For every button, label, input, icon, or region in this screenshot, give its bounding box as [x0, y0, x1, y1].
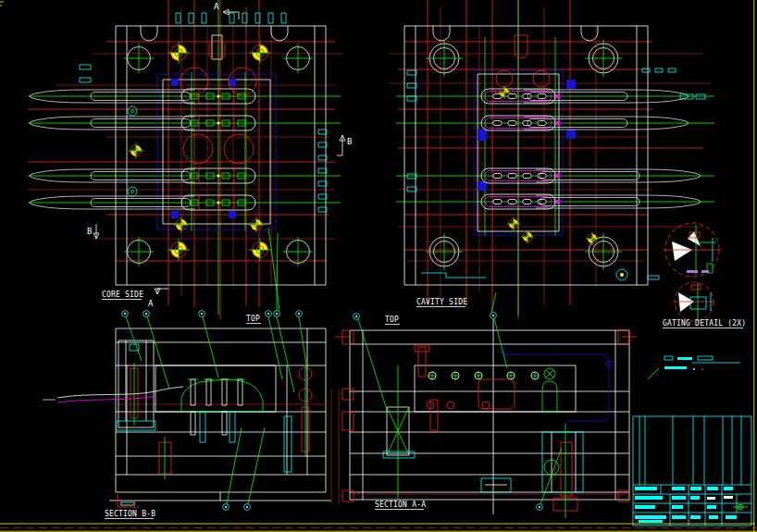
cad-drawing: CORE SIDE [0, 0, 757, 532]
title-block-greek-text [635, 487, 737, 523]
gating-notes [664, 356, 740, 370]
bb-core-insert [43, 365, 276, 412]
projection-symbol [733, 504, 748, 510]
aa-cavity-plate [415, 345, 659, 430]
cavity-parts-right [524, 90, 701, 208]
cad-sheet: CORE SIDE [0, 0, 757, 532]
bb-ejector-pins [159, 366, 312, 479]
section-aa-view: TOP SECTION A-A [331, 313, 659, 518]
cavity-side-view: CAVITY SIDE [389, 0, 714, 319]
section-a-bottom-marker: A [148, 299, 154, 308]
gating-detail-view: GATING DETAIL (2X) [663, 223, 746, 370]
cavity-part-impressions [481, 89, 561, 209]
cavity-plate-outline [404, 26, 648, 285]
cavity-side-label: CAVITY SIDE [416, 298, 467, 306]
sheet-border [0, 0, 757, 532]
title-block [633, 416, 751, 526]
core-side-view: CORE SIDE [28, 0, 342, 319]
aa-top-label: TOP [385, 315, 399, 324]
section-bb-label: SECTION B-B [105, 510, 155, 518]
cavity-guide-bushings [426, 40, 627, 280]
section-aa-label: SECTION A-A [375, 501, 426, 509]
aa-cooling-pipes [504, 345, 612, 421]
aa-supports [383, 365, 583, 518]
section-b-right-marker: B [347, 137, 352, 146]
core-parts-left [30, 90, 194, 209]
core-side-label: CORE SIDE [102, 291, 143, 299]
section-b-left-marker: B [87, 227, 92, 236]
aa-clamp-blocks [335, 330, 637, 501]
bb-left-assembly [117, 340, 155, 430]
section-bb-view: TOP SECTION B-B [43, 311, 331, 519]
bb-top-label: TOP [246, 315, 260, 323]
aa-balloons [354, 313, 562, 511]
section-a-top-marker: A [214, 2, 219, 11]
gating-detail-label: GATING DETAIL (2X) [663, 319, 746, 328]
cavity-centerlines-red [389, 0, 711, 319]
core-plate-outline [116, 26, 326, 285]
